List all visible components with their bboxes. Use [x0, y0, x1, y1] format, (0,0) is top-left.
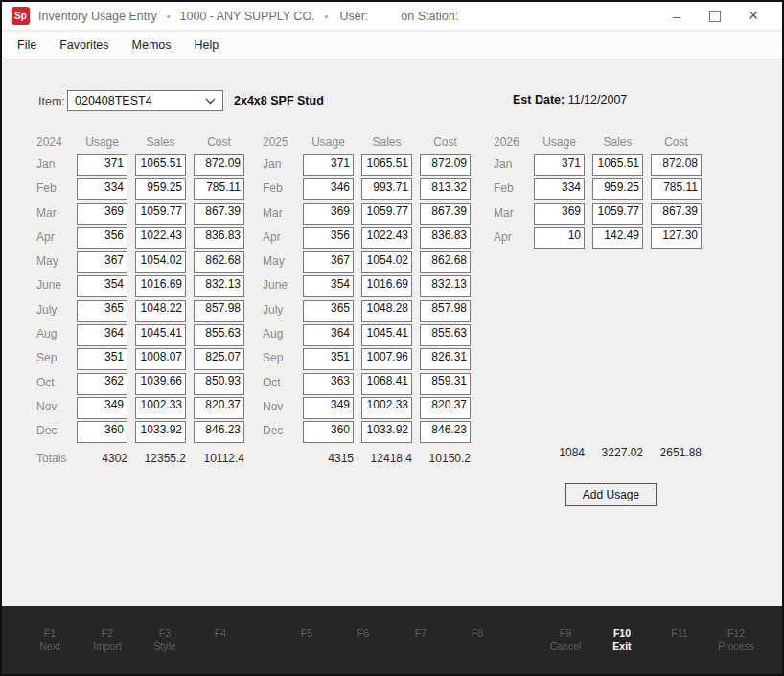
sales-input-2024-feb[interactable]: [135, 178, 186, 200]
sales-input-2025-nov[interactable]: [361, 397, 412, 419]
sales-input-2025-may[interactable]: [361, 251, 412, 273]
usage-input-2024-may[interactable]: [77, 251, 127, 273]
sales-input-2024-dec[interactable]: [135, 421, 186, 443]
fkey-f7[interactable]: F7: [390, 626, 451, 640]
cost-input-2024-aug[interactable]: [194, 324, 244, 346]
usage-input-2026-feb[interactable]: [534, 178, 585, 200]
usage-input-2024-july[interactable]: [77, 300, 127, 322]
sales-input-2025-aug[interactable]: [361, 324, 412, 346]
usage-input-2024-apr[interactable]: [77, 227, 127, 249]
sales-input-2024-apr[interactable]: [135, 227, 186, 249]
menu-item-memos[interactable]: Memos: [132, 38, 172, 52]
sales-input-2024-july[interactable]: [135, 300, 186, 322]
fkey-f8[interactable]: F8: [447, 626, 508, 640]
cost-input-2025-nov[interactable]: [420, 397, 471, 419]
cost-input-2026-jan[interactable]: [651, 154, 702, 176]
cost-input-2025-june[interactable]: [420, 275, 471, 297]
cost-input-2025-feb[interactable]: [420, 178, 471, 200]
sales-input-2025-dec[interactable]: [361, 421, 412, 443]
sales-input-2026-mar[interactable]: [592, 203, 643, 225]
cost-input-2024-feb[interactable]: [194, 178, 244, 200]
usage-input-2025-apr[interactable]: [303, 227, 354, 249]
usage-input-2026-jan[interactable]: [534, 154, 585, 176]
cost-input-2026-apr[interactable]: [651, 227, 702, 249]
sales-input-2024-sep[interactable]: [135, 348, 186, 370]
fkey-f3[interactable]: F3Style: [134, 626, 196, 653]
cost-input-2025-sep[interactable]: [420, 348, 471, 370]
usage-input-2024-aug[interactable]: [77, 324, 127, 346]
cost-input-2025-dec[interactable]: [420, 421, 471, 443]
fkey-f6[interactable]: F6: [333, 626, 394, 640]
sales-input-2024-mar[interactable]: [135, 203, 186, 225]
fkey-f10[interactable]: F10Exit: [591, 626, 653, 653]
cost-input-2024-mar[interactable]: [194, 203, 244, 225]
menu-item-favorites[interactable]: Favorites: [59, 38, 108, 52]
cost-input-2025-aug[interactable]: [420, 324, 471, 346]
usage-input-2025-mar[interactable]: [303, 203, 354, 225]
fkey-f12[interactable]: F12Process: [705, 626, 767, 653]
sales-input-2025-sep[interactable]: [361, 348, 412, 370]
cost-input-2025-may[interactable]: [420, 251, 471, 273]
fkey-f1[interactable]: F1Next: [19, 626, 81, 653]
cost-input-2025-oct[interactable]: [420, 373, 471, 395]
sales-input-2025-feb[interactable]: [361, 178, 412, 200]
usage-input-2024-mar[interactable]: [77, 203, 127, 225]
usage-input-2024-june[interactable]: [77, 275, 127, 297]
usage-input-2025-nov[interactable]: [303, 397, 354, 419]
menu-item-help[interactable]: Help: [195, 38, 219, 52]
maximize-button[interactable]: [696, 2, 734, 30]
cost-input-2025-mar[interactable]: [420, 203, 471, 225]
sales-input-2025-mar[interactable]: [361, 203, 412, 225]
fkey-f11[interactable]: F11: [649, 626, 710, 640]
cost-input-2024-dec[interactable]: [194, 421, 244, 443]
usage-input-2024-feb[interactable]: [77, 178, 127, 200]
usage-input-2026-apr[interactable]: [534, 227, 585, 249]
cost-input-2025-apr[interactable]: [420, 227, 471, 249]
sales-input-2025-apr[interactable]: [361, 227, 412, 249]
sales-input-2024-aug[interactable]: [135, 324, 186, 346]
fkey-f9[interactable]: F9Cancel: [535, 626, 596, 653]
cost-input-2024-jan[interactable]: [194, 154, 244, 176]
usage-input-2025-dec[interactable]: [303, 421, 354, 443]
add-usage-button[interactable]: Add Usage: [565, 483, 657, 506]
usage-input-2025-june[interactable]: [303, 275, 354, 297]
sales-input-2026-apr[interactable]: [592, 227, 643, 249]
sales-input-2025-oct[interactable]: [361, 373, 412, 395]
sales-input-2026-jan[interactable]: [592, 154, 643, 176]
usage-input-2024-sep[interactable]: [77, 348, 127, 370]
usage-input-2026-mar[interactable]: [534, 203, 585, 225]
cost-input-2024-oct[interactable]: [194, 373, 244, 395]
usage-input-2024-oct[interactable]: [77, 373, 127, 395]
usage-input-2025-jan[interactable]: [303, 154, 354, 176]
cost-input-2024-apr[interactable]: [194, 227, 244, 249]
usage-input-2024-dec[interactable]: [77, 421, 127, 443]
sales-input-2024-may[interactable]: [135, 251, 186, 273]
close-button[interactable]: ×: [734, 2, 772, 30]
usage-input-2024-nov[interactable]: [77, 397, 127, 419]
cost-input-2024-june[interactable]: [194, 275, 244, 297]
cost-input-2024-july[interactable]: [194, 300, 244, 322]
sales-input-2024-nov[interactable]: [135, 397, 186, 419]
sales-input-2025-jan[interactable]: [361, 154, 412, 176]
cost-input-2024-nov[interactable]: [194, 397, 244, 419]
cost-input-2024-sep[interactable]: [194, 348, 244, 370]
cost-input-2026-mar[interactable]: [651, 203, 702, 225]
usage-input-2025-feb[interactable]: [303, 178, 354, 200]
fkey-f5[interactable]: F5: [276, 626, 337, 640]
usage-input-2025-may[interactable]: [303, 251, 354, 273]
cost-input-2025-jan[interactable]: [420, 154, 471, 176]
fkey-f4[interactable]: F4: [190, 626, 251, 640]
fkey-f2[interactable]: F2Import: [77, 626, 138, 653]
usage-input-2025-aug[interactable]: [303, 324, 354, 346]
cost-input-2026-feb[interactable]: [651, 178, 702, 200]
sales-input-2025-june[interactable]: [361, 275, 412, 297]
usage-input-2024-jan[interactable]: [77, 154, 127, 176]
sales-input-2024-jan[interactable]: [135, 154, 186, 176]
sales-input-2026-feb[interactable]: [592, 178, 643, 200]
sales-input-2024-june[interactable]: [135, 275, 186, 297]
cost-input-2024-may[interactable]: [194, 251, 244, 273]
usage-input-2025-sep[interactable]: [303, 348, 354, 370]
cost-input-2025-july[interactable]: [420, 300, 471, 322]
usage-input-2025-oct[interactable]: [303, 373, 354, 395]
usage-input-2025-july[interactable]: [303, 300, 354, 322]
